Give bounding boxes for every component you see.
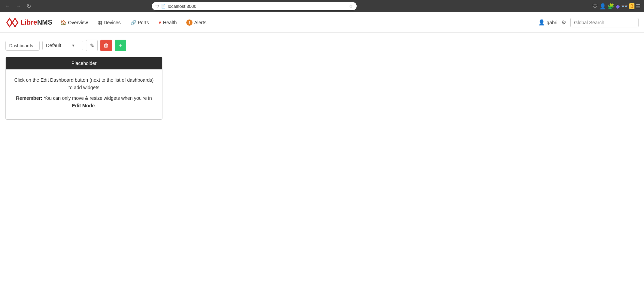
global-search-input[interactable] [570, 18, 639, 27]
widget-instruction: Click on the Edit Dashboard button (next… [14, 76, 154, 92]
remember-label: Remember: [16, 95, 42, 101]
nav-ports[interactable]: 🔗 Ports [126, 17, 153, 28]
url-text: localhost:3000 [168, 4, 197, 9]
ext-icon-6: B [629, 3, 634, 9]
ext-icon-3: 🧩 [607, 3, 614, 10]
ext-icon-1: 🛡 [592, 3, 598, 9]
dashboard-selector[interactable]: Default ▼ [42, 41, 83, 50]
back-button[interactable]: ← [3, 2, 12, 11]
nav-health-label: Health [163, 20, 177, 25]
nav-alerts[interactable]: ! Alerts [182, 17, 211, 28]
page-icon: 📄 [161, 4, 166, 9]
librenms-logo [5, 16, 19, 29]
navbar: LibreNMS 🏠 Overview ▦ Devices 🔗 Ports ♥ … [0, 12, 644, 33]
selected-dashboard-name: Default [46, 43, 61, 48]
bookmark-icon[interactable]: ☆ [348, 3, 353, 10]
widget-header: Placeholder [6, 57, 162, 69]
remember-text: You can only move & resize widgets when … [42, 95, 152, 101]
svg-point-2 [11, 22, 13, 24]
home-icon: 🏠 [60, 20, 66, 25]
nav-devices[interactable]: ▦ Devices [94, 17, 125, 28]
security-icon: 🛡 [155, 4, 159, 8]
ext-icon-4: ◆ [616, 3, 620, 10]
ext-icon-2: 👤 [599, 3, 606, 10]
nav-ports-label: Ports [138, 20, 149, 25]
alert-icon: ! [186, 19, 192, 26]
nav-alerts-label: Alerts [194, 20, 206, 25]
nav-overview[interactable]: 🏠 Overview [56, 17, 92, 28]
settings-icon[interactable]: ⚙ [561, 19, 566, 26]
address-bar[interactable]: 🛡 📄 localhost:3000 ☆ [152, 2, 357, 10]
placeholder-widget: Placeholder Click on the Edit Dashboard … [5, 57, 162, 120]
heart-icon: ♥ [158, 20, 161, 25]
dropdown-arrow-icon: ▼ [71, 43, 75, 48]
edit-dashboard-button[interactable]: ✎ [86, 40, 98, 51]
browser-chrome: ← → ↻ 🛡 📄 localhost:3000 ☆ 🛡 👤 🧩 ◆ 👓 B ☰ [0, 0, 644, 12]
brand-name: LibreNMS [20, 18, 52, 26]
add-icon: + [119, 42, 122, 49]
nav-overview-label: Overview [68, 20, 88, 25]
nav-devices-label: Devices [104, 20, 121, 25]
nav-health[interactable]: ♥ Health [154, 17, 181, 28]
user-icon: 👤 [538, 19, 545, 26]
user-profile[interactable]: 👤 gabri [538, 19, 557, 26]
dashboard-toolbar: Dashboards Default ▼ ✎ 🗑 + [5, 40, 639, 51]
ext-icon-5: 👓 [621, 3, 628, 10]
forward-button[interactable]: → [14, 2, 23, 11]
brand-logo-link[interactable]: LibreNMS [5, 16, 52, 29]
edit-mode-suffix: . [95, 103, 96, 108]
edit-icon: ✎ [90, 42, 94, 49]
widget-remember: Remember: You can only move & resize wid… [14, 94, 154, 110]
widget-body: Click on the Edit Dashboard button (next… [6, 69, 162, 119]
main-content: Dashboards Default ▼ ✎ 🗑 + Placeholder C… [0, 33, 644, 126]
browser-extensions: 🛡 👤 🧩 ◆ 👓 B ☰ [592, 3, 641, 10]
reload-button[interactable]: ↻ [25, 2, 32, 11]
add-dashboard-button[interactable]: + [115, 40, 126, 51]
dashboards-label: Dashboards [5, 41, 40, 51]
delete-dashboard-button[interactable]: 🗑 [100, 40, 112, 51]
widget-header-text: Placeholder [71, 61, 97, 66]
ports-icon: 🔗 [130, 20, 136, 25]
edit-mode-text: Edit Mode [72, 103, 95, 108]
username: gabri [547, 20, 557, 25]
delete-icon: 🗑 [103, 42, 109, 49]
devices-icon: ▦ [98, 20, 102, 25]
ext-icon-7: ☰ [636, 3, 641, 10]
navbar-right: 👤 gabri ⚙ [538, 18, 639, 27]
